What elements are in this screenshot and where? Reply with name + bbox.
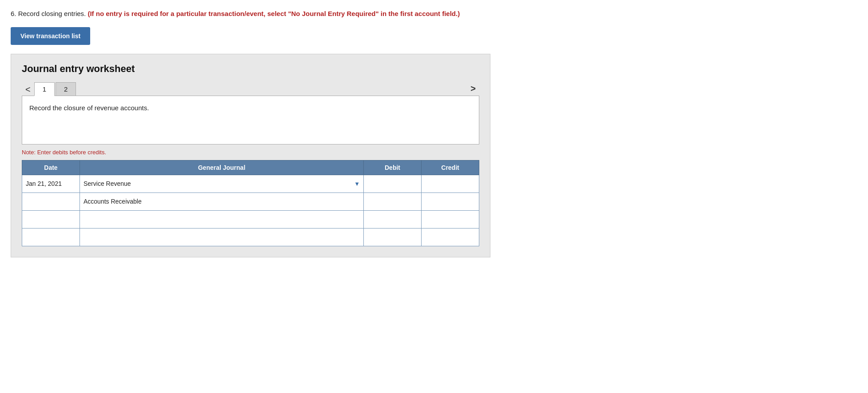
table-row-credit-0[interactable] — [422, 175, 479, 192]
table-row-debit-3[interactable] — [364, 228, 422, 246]
table-row-debit-1[interactable] — [364, 192, 422, 210]
table-row-date-0: Jan 21, 2021 — [22, 175, 80, 192]
table-row-credit-3[interactable] — [422, 228, 479, 246]
tabs-row: < 1 2 > — [22, 82, 479, 96]
note-text: Note: Enter debits before credits. — [22, 149, 479, 156]
journal-entry-text-0: Service Revenue — [84, 180, 131, 187]
tab-prev-button[interactable]: < — [22, 83, 34, 96]
col-header-credit: Credit — [422, 160, 479, 175]
col-header-debit: Debit — [364, 160, 422, 175]
worksheet-title: Journal entry worksheet — [22, 63, 479, 75]
table-row-journal-1[interactable]: Accounts Receivable — [80, 192, 364, 210]
worksheet-description: Record the closure of revenue accounts. — [29, 104, 472, 112]
table-row-credit-1[interactable] — [422, 192, 479, 210]
journal-entry-text-1: Accounts Receivable — [84, 198, 142, 205]
instruction-plain: Record closing entries. — [18, 10, 88, 17]
col-header-date: Date — [22, 160, 80, 175]
worksheet-body: Record the closure of revenue accounts. — [22, 96, 479, 144]
view-transaction-button[interactable]: View transaction list — [11, 27, 90, 45]
table-row-journal-2[interactable] — [80, 210, 364, 228]
col-header-journal: General Journal — [80, 160, 364, 175]
table-row-credit-2[interactable] — [422, 210, 479, 228]
table-row-journal-3[interactable] — [80, 228, 364, 246]
worksheet-container: Journal entry worksheet < 1 2 > Record t… — [11, 54, 490, 257]
tab-2[interactable]: 2 — [56, 82, 76, 96]
instruction-number: 6. — [11, 10, 16, 17]
table-row-debit-0[interactable] — [364, 175, 422, 192]
tab-next-button[interactable]: > — [467, 82, 479, 96]
table-row-debit-2[interactable] — [364, 210, 422, 228]
dropdown-arrow-icon-0[interactable]: ▼ — [354, 180, 360, 187]
table-row-date-2 — [22, 210, 80, 228]
journal-table: Date General Journal Debit Credit Jan 21… — [22, 160, 479, 246]
table-row-journal-0[interactable]: Service Revenue▼ — [80, 175, 364, 192]
table-row-date-3 — [22, 228, 80, 246]
instruction-text: 6. Record closing entries. (If no entry … — [11, 9, 857, 19]
table-row-date-1 — [22, 192, 80, 210]
instruction-bold: (If no entry is required for a particula… — [88, 10, 460, 17]
tab-1[interactable]: 1 — [34, 82, 55, 96]
